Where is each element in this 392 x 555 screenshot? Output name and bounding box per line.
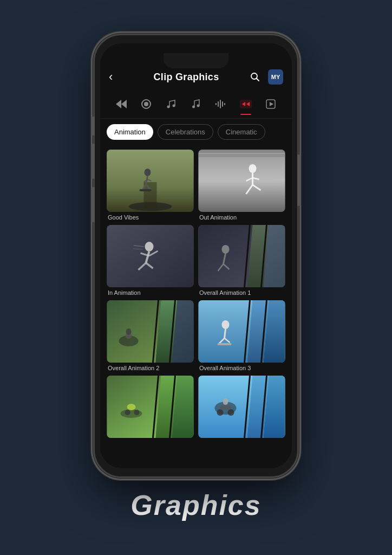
single-note-icon[interactable] <box>186 94 206 114</box>
list-item[interactable] <box>107 376 194 440</box>
play-icon[interactable] <box>261 94 280 114</box>
svg-point-80 <box>222 320 230 329</box>
svg-point-70 <box>126 328 132 335</box>
phone-mockup: ‹ Clip Graphics MY <box>93 34 299 478</box>
svg-rect-10 <box>215 103 217 105</box>
svg-rect-13 <box>222 101 223 107</box>
grid-row: In Animation <box>107 225 285 296</box>
toolbar <box>100 90 292 119</box>
clip-graphics-icon[interactable] <box>236 94 256 114</box>
svg-point-5 <box>144 102 148 106</box>
grid-row: Good Vibes <box>107 150 285 221</box>
volume-up-button <box>92 144 95 179</box>
page-title: Clip Graphics <box>154 72 219 83</box>
item-label: In Animation <box>107 289 194 296</box>
grid-row: Overall Animation 2 <box>107 300 285 371</box>
svg-point-6 <box>167 106 170 108</box>
search-button[interactable] <box>247 69 263 85</box>
circle-icon[interactable] <box>136 94 156 114</box>
svg-line-1 <box>257 79 259 81</box>
svg-marker-2 <box>121 100 127 108</box>
tab-animation[interactable]: Animation <box>107 124 153 140</box>
svg-point-38 <box>145 242 154 251</box>
svg-point-7 <box>173 105 175 107</box>
phone-screen: ‹ Clip Graphics MY <box>100 43 292 468</box>
list-item[interactable]: Overall Animation 3 <box>198 300 285 371</box>
volume-down-button <box>92 187 95 222</box>
tab-celebrations[interactable]: Celebrations <box>158 124 213 140</box>
page-label: Graphics <box>130 489 261 521</box>
skip-back-icon[interactable] <box>112 94 131 114</box>
svg-line-81 <box>225 329 226 338</box>
svg-rect-11 <box>218 101 219 107</box>
tab-cinematic[interactable]: Cinematic <box>218 124 265 140</box>
list-item[interactable]: Overall Animation 1 <box>198 225 285 296</box>
item-label: Overall Animation 2 <box>107 365 194 371</box>
header-actions: MY <box>247 69 283 85</box>
svg-point-95 <box>127 404 136 410</box>
grid-row <box>107 376 285 440</box>
svg-rect-84 <box>218 343 232 345</box>
list-item[interactable]: Out Animation <box>198 150 285 221</box>
user-avatar[interactable]: MY <box>268 69 283 85</box>
svg-point-21 <box>145 169 151 176</box>
svg-rect-27 <box>140 189 152 191</box>
back-button[interactable]: ‹ <box>109 70 125 84</box>
svg-rect-12 <box>220 100 221 108</box>
svg-marker-17 <box>270 102 273 106</box>
svg-point-97 <box>134 410 140 415</box>
svg-point-108 <box>217 409 224 416</box>
list-item[interactable]: Overall Animation 2 <box>107 300 194 371</box>
power-button <box>297 154 300 206</box>
phone-notch <box>164 53 228 68</box>
svg-rect-14 <box>224 103 225 105</box>
svg-point-109 <box>228 409 234 416</box>
svg-marker-3 <box>116 100 121 108</box>
svg-point-111 <box>223 398 228 405</box>
content-grid: Good Vibes <box>100 145 292 468</box>
svg-rect-110 <box>220 405 231 410</box>
item-label: Overall Animation 3 <box>198 365 285 371</box>
list-item[interactable] <box>198 376 285 440</box>
waveform-icon[interactable] <box>211 94 231 114</box>
svg-point-8 <box>192 106 195 108</box>
svg-point-31 <box>249 164 257 173</box>
svg-rect-28 <box>199 150 285 212</box>
svg-rect-30 <box>199 154 285 157</box>
item-label: Good Vibes <box>107 214 194 221</box>
svg-rect-15 <box>240 100 252 108</box>
svg-point-55 <box>222 245 230 254</box>
svg-point-9 <box>197 105 200 107</box>
filter-tabs: Animation Celebrations Cinematic <box>100 119 292 145</box>
music-icon[interactable] <box>161 94 181 114</box>
volume-mute-button <box>92 117 95 135</box>
item-label: Overall Animation 1 <box>198 289 285 296</box>
list-item[interactable]: In Animation <box>107 225 194 296</box>
svg-rect-29 <box>199 150 285 153</box>
list-item[interactable]: Good Vibes <box>107 150 194 221</box>
svg-point-96 <box>125 410 130 415</box>
item-label: Out Animation <box>198 214 285 221</box>
